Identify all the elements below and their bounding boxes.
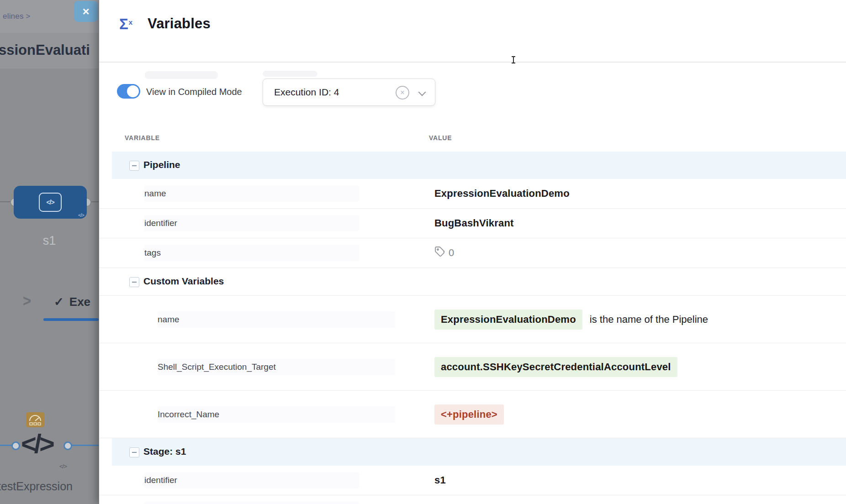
custom-stage-icon: </> [39, 193, 62, 212]
variable-row: names1 [99, 495, 846, 504]
variable-name-field: identifier [144, 215, 359, 231]
variable-row: nameExpressionEvaluationDemois the name … [99, 296, 846, 343]
text-cursor [513, 57, 514, 63]
table-header-row: VARIABLE VALUE [99, 127, 846, 152]
header-divider [99, 62, 846, 63]
section-label: Pipeline [143, 159, 180, 170]
close-icon: × [82, 5, 89, 19]
compiled-mode-label: View in Compiled Mode [146, 87, 242, 97]
section-header[interactable]: Custom Variables [99, 268, 846, 296]
variable-name-field: Shell_Script_Execution_Target [158, 359, 395, 375]
variable-name-field: Incorrect_Name [158, 406, 395, 423]
variable-value: BugBashVikrant [434, 217, 514, 229]
variable-name-field: identifier [144, 472, 359, 488]
step-connector-dot-left [11, 441, 20, 450]
variable-name: identifier [144, 475, 177, 485]
variable-name-field: tags [144, 245, 359, 261]
variable-column-header: VARIABLE [125, 134, 160, 142]
variable-name-field: name [144, 185, 359, 202]
variable-value-cell: account.SSHKeySecretCredentialAccountLev… [434, 343, 677, 390]
variables-table: VARIABLE VALUE PipelinenameExpressionEva… [99, 127, 846, 504]
variable-row: Incorrect_Name<+pipeline> [99, 391, 846, 438]
step-connector-line-right [69, 445, 99, 446]
clear-selection-icon[interactable]: × [396, 86, 409, 100]
section-header[interactable]: Pipeline [99, 152, 846, 179]
execution-select-value: Execution ID: 4 [274, 87, 339, 98]
variable-value-cell: BugBashVikrant [434, 209, 514, 238]
variable-value-cell: s1 [434, 466, 446, 495]
variable-name-field: name [144, 502, 359, 504]
tag-icon [434, 246, 445, 260]
variable-row: tags0 [99, 238, 846, 268]
collapse-icon[interactable] [129, 277, 139, 287]
active-tab-underline [43, 318, 99, 321]
screen: elines > ssionEvaluati </> </> s1 > ✓Exe [0, 0, 846, 504]
variables-sigma-icon: Σx [119, 16, 132, 33]
stage-node-s1[interactable]: </> </> [14, 186, 87, 219]
variable-name: tags [144, 248, 161, 258]
collapse-icon[interactable] [129, 161, 139, 171]
step-node-code-icon[interactable]: </> [21, 428, 53, 459]
chevron-right-icon[interactable]: > [23, 292, 31, 310]
stage-node-label: s1 [0, 234, 99, 248]
chevron-down-icon [418, 89, 426, 96]
variable-value-cell: ExpressionEvaluationDemo [434, 179, 570, 208]
compiled-mode-toggle[interactable] [117, 84, 140, 99]
toggle-knob [127, 85, 139, 97]
variable-value-cell: s1 [434, 495, 446, 504]
variable-name: name [144, 189, 166, 199]
close-button[interactable]: × [74, 1, 98, 22]
variable-value: s1 [434, 474, 446, 486]
skeleton-bar [263, 71, 317, 77]
value-suffix-text: is the name of the Pipeline [590, 314, 708, 326]
step-connector-dot-right [63, 441, 72, 450]
variable-row: identifierBugBashVikrant [99, 209, 846, 238]
variable-name: Shell_Script_Execution_Target [158, 362, 276, 372]
drawer-title: Variables [148, 16, 211, 32]
step-node-label: testExpression [0, 480, 73, 493]
section-label: Custom Variables [143, 276, 224, 287]
variable-row: nameExpressionEvaluationDemo [99, 179, 846, 209]
gauge-badge-icon [26, 412, 44, 427]
variable-value-cell: ExpressionEvaluationDemois the name of t… [434, 296, 708, 343]
tab-execution[interactable]: ✓Exe [54, 295, 90, 309]
check-icon: ✓ [54, 295, 64, 309]
variable-value: ExpressionEvaluationDemo [434, 188, 570, 200]
variable-row: identifiers1 [99, 466, 846, 495]
section-header[interactable]: Stage: s1 [99, 438, 846, 466]
variable-value-cell: <+pipeline> [434, 391, 504, 438]
pipeline-canvas-background: elines > ssionEvaluati </> </> s1 > ✓Exe [0, 0, 99, 504]
value-chip-green: ExpressionEvaluationDemo [434, 310, 582, 330]
variables-drawer: Σx Variables View in Compiled Mode Execu… [99, 0, 846, 504]
variables-table-body: PipelinenameExpressionEvaluationDemoiden… [99, 152, 846, 504]
variable-name: name [158, 315, 180, 325]
section-label: Stage: s1 [143, 446, 186, 457]
variable-name: Incorrect_Name [158, 410, 219, 420]
variable-name: identifier [144, 218, 177, 228]
section-header-band [112, 438, 846, 466]
variable-row: Shell_Script_Execution_Targetaccount.SSH… [99, 343, 846, 391]
value-chip-green: account.SSHKeySecretCredentialAccountLev… [434, 357, 677, 377]
variable-name-field: name [158, 311, 395, 328]
execution-select[interactable]: Execution ID: 4 × [263, 79, 435, 106]
tags-count: 0 [449, 247, 454, 259]
collapse-icon[interactable] [129, 447, 139, 457]
code-glyph-small: </> [59, 463, 67, 470]
code-badge-icon: </> [78, 212, 84, 218]
value-column-header: VALUE [429, 134, 452, 142]
skeleton-bar [145, 71, 218, 79]
value-chip-error: <+pipeline> [434, 404, 504, 425]
step-connector-line-left [0, 445, 12, 446]
section-header-band [112, 152, 846, 179]
breadcrumb[interactable]: elines > [3, 12, 31, 21]
pipeline-title: ssionEvaluati [0, 42, 90, 58]
variable-value-cell: 0 [434, 238, 454, 268]
